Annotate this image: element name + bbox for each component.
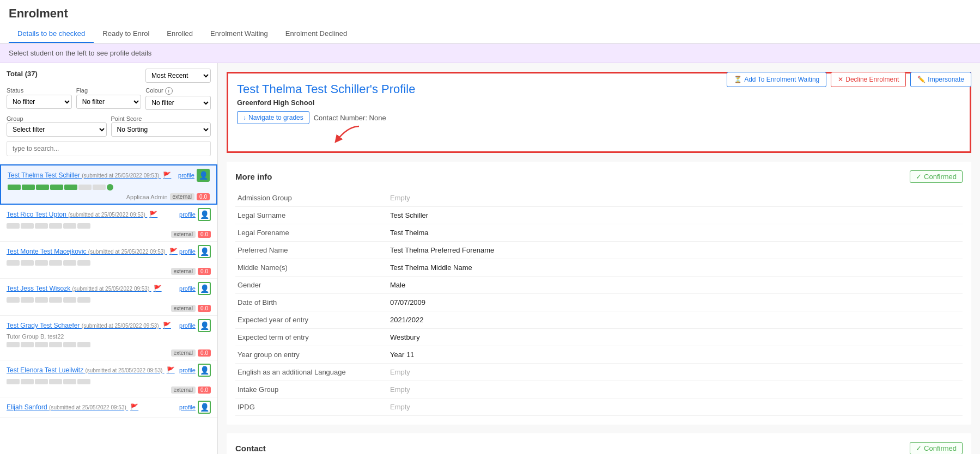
tab-waiting[interactable]: Enrolment Waiting [202, 25, 277, 43]
field-label: Legal Surname [235, 207, 388, 224]
flag-icon: 🚩 [167, 366, 175, 374]
flag-icon: 🚩 [154, 285, 162, 292]
student-name[interactable]: Test Jess Test Wisozk (submitted at 25/0… [7, 285, 162, 292]
tab-details[interactable]: Details to be checked [9, 25, 94, 43]
student-name[interactable]: Test Rico Test Upton (submitted at 25/05… [7, 211, 157, 218]
field-label: Legal Forename [235, 224, 388, 242]
list-item[interactable]: Test Grady Test Schaefer (submitted at 2… [0, 316, 217, 360]
bar-seg [7, 379, 20, 384]
navigate-to-grades-button[interactable]: ↓ Navigate to grades [237, 111, 309, 124]
flag-select[interactable]: No filter [76, 95, 142, 109]
bar-seg [63, 342, 76, 347]
table-row: Expected year of entry 2021/2022 [235, 311, 963, 329]
bar-seg [35, 379, 48, 384]
status-filter-group: Status No filter [7, 87, 72, 109]
flag-icon: 🚩 [163, 171, 171, 179]
progress-bars [7, 297, 211, 303]
table-row: Admission Group Empty [235, 189, 963, 207]
main-layout: Total (37) Most Recent Status No filter … [0, 63, 980, 454]
student-name[interactable]: Test Elenora Test Lueilwitz (submitted a… [7, 366, 175, 374]
bar-seg [77, 342, 90, 347]
tab-ready[interactable]: Ready to Enrol [94, 25, 158, 43]
list-item[interactable]: Test Rico Test Upton (submitted at 25/05… [0, 205, 217, 242]
most-recent-select[interactable]: Most Recent [145, 69, 211, 83]
field-value: 2021/2022 [388, 311, 963, 329]
field-value: Test Schiller [388, 207, 963, 224]
hourglass-icon: ⏳ [734, 76, 742, 83]
table-row: Year group on entry Year 11 [235, 346, 963, 364]
field-label: Admission Group [235, 189, 388, 207]
contact-number: Contact Number: None [314, 114, 386, 122]
student-name[interactable]: Test Thelma Test Schiller (submitted at … [8, 171, 171, 179]
profile-link[interactable]: profile [179, 285, 196, 292]
bar-seg [21, 297, 34, 303]
bar-seg [77, 379, 90, 384]
progress-bars [7, 260, 211, 266]
more-info-header: More info ✓ Confirmed [235, 170, 963, 183]
student-name[interactable]: Elijah Sanford (submitted at 25/05/2022 … [7, 403, 138, 411]
contact-confirmed-badge: ✓ Confirmed [910, 442, 963, 454]
table-row: Intake Group Empty [235, 381, 963, 398]
bar-seg [35, 223, 48, 229]
field-value: 07/07/2009 [388, 294, 963, 311]
colour-info-icon[interactable]: i [165, 87, 173, 95]
list-item[interactable]: Test Monte Test Macejkovic (submitted at… [0, 242, 217, 279]
external-badge: external [171, 349, 196, 357]
tab-declined[interactable]: Enrolment Declined [277, 25, 356, 43]
info-banner: Select student on the left to see profil… [0, 44, 980, 63]
check-icon: ✓ [916, 444, 922, 452]
list-item[interactable]: Test Elenora Test Lueilwitz (submitted a… [0, 360, 217, 397]
arrow-annotation [326, 124, 370, 147]
table-row: Gender Male [235, 277, 963, 294]
bar-seg [21, 223, 34, 229]
bar-seg [77, 223, 90, 229]
field-label: IPDG [235, 398, 388, 416]
contact-title: Contact [235, 444, 266, 453]
edit-icon: ✏️ [917, 76, 926, 83]
table-row: IPDG Empty [235, 398, 963, 416]
group-label: Group [7, 115, 23, 122]
field-label: Expected year of entry [235, 311, 388, 329]
student-note: Tutor Group B, test22 [7, 333, 211, 340]
score-badge: 0.0 [198, 349, 211, 357]
flag-icon: 🚩 [169, 248, 178, 255]
profile-link[interactable]: profile [179, 248, 196, 255]
field-value: Empty [388, 364, 963, 381]
list-item[interactable]: Test Jess Test Wisozk (submitted at 25/0… [0, 279, 217, 316]
profile-school: Greenford High School [237, 99, 961, 107]
point-score-select[interactable]: No Sorting [111, 122, 211, 137]
impersonate-button[interactable]: ✏️ Impersonate [910, 72, 971, 87]
status-select[interactable]: No filter [7, 95, 72, 109]
close-icon: ✕ [838, 76, 843, 83]
student-name[interactable]: Test Monte Test Macejkovic (submitted at… [7, 248, 178, 255]
field-label: English as an additional Language [235, 364, 388, 381]
profile-link[interactable]: profile [179, 211, 196, 218]
flag-filter-group: Flag No filter [76, 87, 142, 109]
add-to-waiting-button[interactable]: ⏳ Add To Enrolment Waiting [727, 72, 826, 87]
field-label: Expected term of entry [235, 329, 388, 346]
colour-select[interactable]: No filter [145, 96, 211, 110]
search-input[interactable] [7, 141, 211, 156]
right-panel: ⏳ Add To Enrolment Waiting ✕ Decline Enr… [218, 63, 980, 454]
tab-enrolled[interactable]: Enrolled [158, 25, 202, 43]
check-icon: ✓ [916, 173, 922, 181]
bar-seg [36, 185, 49, 190]
flag-icon: 🚩 [149, 211, 157, 218]
list-item[interactable]: Test Thelma Test Schiller (submitted at … [0, 164, 217, 205]
profile-link[interactable]: profile [179, 367, 196, 373]
table-row: Preferred Name Test Thelma Preferred For… [235, 242, 963, 259]
profile-link[interactable]: profile [179, 322, 196, 329]
bar-seg [7, 297, 20, 303]
group-select[interactable]: Select filter [7, 122, 107, 137]
profile-link[interactable]: profile [178, 172, 194, 179]
list-item[interactable]: Elijah Sanford (submitted at 25/05/2022 … [0, 397, 217, 418]
bar-seg [7, 342, 20, 347]
student-name[interactable]: Test Grady Test Schaefer (submitted at 2… [7, 322, 171, 329]
field-value: Test Thelma [388, 224, 963, 242]
bar-seg [49, 379, 62, 384]
bar-seg [22, 185, 35, 190]
decline-enrolment-button[interactable]: ✕ Decline Enrolment [831, 72, 906, 87]
page-title: Enrolment [9, 7, 971, 21]
profile-link[interactable]: profile [179, 404, 196, 410]
score-badge: 0.0 [198, 305, 211, 312]
